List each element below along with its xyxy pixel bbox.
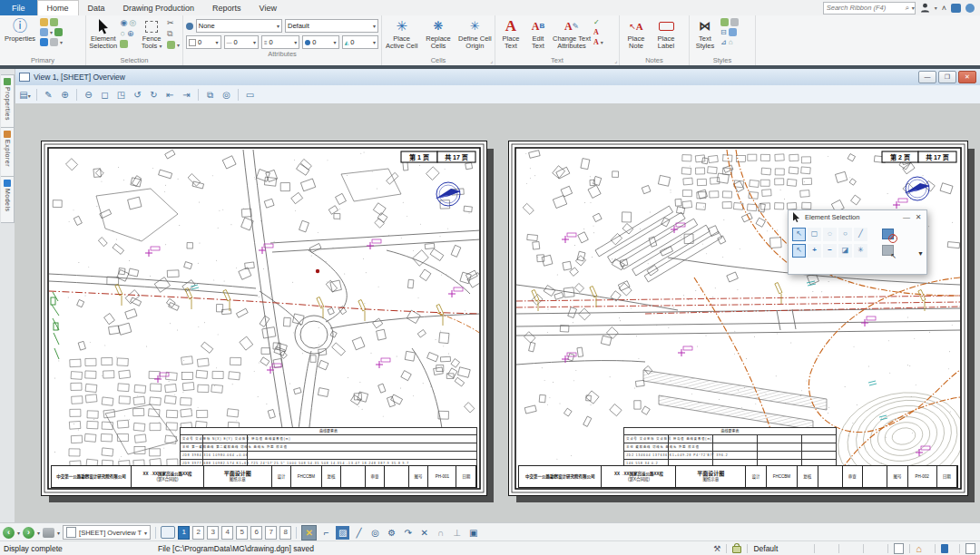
- mode-subtract-button[interactable]: −: [823, 244, 837, 258]
- attach-tools-icon[interactable]: [40, 28, 48, 36]
- view-toggle-5[interactable]: 5: [236, 526, 248, 540]
- edit-text-button[interactable]: AB Edit Text: [526, 16, 550, 50]
- place-note-button[interactable]: ↖A Place Note: [622, 16, 650, 50]
- level-manager-icon[interactable]: [50, 18, 58, 26]
- sheet-2[interactable]: 第 2 页 共 17 页 曲线要素表 交点号 交点坐标 交点桩号 转角值 曲线要…: [508, 141, 968, 496]
- mode-invert-button[interactable]: ◪: [838, 244, 852, 258]
- accusnap-toggle-icon[interactable]: ▣: [466, 526, 480, 540]
- place-text-button[interactable]: A Place Text: [498, 16, 524, 50]
- dock-tab-models[interactable]: Models: [1, 176, 15, 223]
- active-transparency-combo[interactable]: ◭0▾: [342, 35, 378, 49]
- mode-new-button[interactable]: ↖: [792, 244, 806, 258]
- snap-tangent-icon[interactable]: ↷: [401, 526, 415, 540]
- style-e-icon[interactable]: ⌂: [729, 38, 733, 46]
- pan-view-icon[interactable]: ↻: [147, 88, 161, 102]
- spell-check-icon[interactable]: ✓: [593, 18, 600, 26]
- home-icon[interactable]: ⌂: [916, 543, 922, 554]
- active-style-combo[interactable]: —0▾: [224, 35, 260, 49]
- cut-icon[interactable]: ✂: [167, 18, 174, 27]
- snap-midpoint-icon[interactable]: ╱: [352, 526, 366, 540]
- view-title-bar[interactable]: View 1, [SHEET] Overview — ❐ ✕: [15, 69, 980, 86]
- select-all-icon[interactable]: ◎: [129, 18, 136, 27]
- view-toggle-7[interactable]: 7: [265, 526, 277, 540]
- snap-center-icon[interactable]: ◎: [368, 526, 382, 540]
- active-weight-combo[interactable]: ≡0▾: [261, 35, 299, 49]
- help-icon[interactable]: [965, 4, 975, 13]
- models-icon[interactable]: [54, 28, 63, 36]
- view-maximize-button[interactable]: ❐: [938, 71, 956, 83]
- style-d-icon[interactable]: ⊿: [720, 38, 727, 46]
- style-a-icon[interactable]: [730, 18, 739, 26]
- select-previous-icon[interactable]: ⊕: [127, 29, 134, 38]
- view-minimize-button[interactable]: —: [918, 71, 936, 83]
- accudraw-icon[interactable]: ✕: [301, 525, 317, 540]
- active-tool-icon[interactable]: ⚒: [713, 544, 720, 553]
- dialog-expand-caret-icon[interactable]: ▼: [917, 250, 924, 257]
- selection-set-icon[interactable]: [894, 543, 904, 554]
- place-active-cell-button[interactable]: ✳ Place Active Cell: [385, 16, 418, 50]
- paste-special-icon[interactable]: [120, 40, 128, 48]
- select-none-icon[interactable]: ○: [120, 29, 124, 38]
- rotate-view-icon[interactable]: ↺: [131, 88, 144, 102]
- view-toggle-8[interactable]: 8: [279, 526, 291, 540]
- tab-file[interactable]: File: [0, 0, 37, 15]
- sheet-1[interactable]: 第 1 页 共 17 页 曲线要素表 交点号 交点坐标 N(X) E(Y) 交点…: [41, 141, 487, 496]
- view-canvas[interactable]: 第 1 页 共 17 页 曲线要素表 交点号 交点坐标 N(X) E(Y) 交点…: [15, 103, 980, 523]
- lock-icon[interactable]: [732, 546, 741, 553]
- mode-clear-button[interactable]: ✳: [854, 244, 867, 258]
- text-more-icon[interactable]: A: [593, 38, 599, 46]
- tab-data[interactable]: Data: [79, 0, 114, 15]
- saved-views-caret-icon[interactable]: ▾: [57, 530, 60, 536]
- text-styles-button[interactable]: ⋈ Text Styles: [692, 16, 718, 50]
- element-selection-button[interactable]: Element Selection: [89, 16, 117, 50]
- view-attributes-icon[interactable]: ▤▾: [18, 88, 32, 102]
- view-previous-icon[interactable]: ⇤: [163, 88, 177, 102]
- properties-button[interactable]: ⓘ Properties: [3, 16, 37, 43]
- view-forward-button[interactable]: ›: [23, 527, 34, 539]
- element-selection-dialog[interactable]: Element Selection — ✕ ↖ ▢ ◌ ○ ╱ ↖ + − ◪ …: [788, 209, 927, 275]
- element-template-icon[interactable]: [186, 23, 193, 30]
- dock-tab-explorer[interactable]: Explorer: [1, 127, 15, 178]
- element-selection-dialog-titlebar[interactable]: Element Selection — ✕: [789, 210, 926, 224]
- more-caret-icon[interactable]: ▾: [60, 39, 63, 45]
- active-model-label[interactable]: Default: [753, 544, 778, 553]
- paste-caret-icon[interactable]: ▾: [177, 42, 180, 48]
- dialog-minimize-button[interactable]: —: [902, 213, 911, 221]
- view-toggle-3[interactable]: 3: [207, 526, 219, 540]
- active-class-combo[interactable]: 0▾: [302, 35, 338, 49]
- active-level-combo[interactable]: Default▾: [285, 19, 378, 33]
- dock-tab-properties[interactable]: Properties: [1, 74, 15, 129]
- view-back-button[interactable]: ‹: [3, 527, 15, 539]
- view-forward-caret-icon[interactable]: ▾: [37, 530, 40, 536]
- tray-icon[interactable]: [965, 543, 975, 554]
- style-b-icon[interactable]: ⊟: [720, 28, 727, 36]
- change-text-attributes-button[interactable]: A✎ Change Text Attributes: [553, 16, 591, 50]
- view-back-caret-icon[interactable]: ▾: [17, 530, 20, 536]
- select-by-attr-icon[interactable]: ◉: [120, 18, 127, 27]
- method-block-button[interactable]: ▢: [808, 228, 821, 241]
- search-icon[interactable]: ⌕: [903, 4, 912, 13]
- dialog-close-button[interactable]: ✕: [914, 213, 923, 221]
- view-group-selector[interactable]: [SHEET] Overview T ▾: [63, 525, 151, 540]
- paste-icon[interactable]: [167, 41, 175, 49]
- zoom-in-icon[interactable]: ⊕: [58, 88, 72, 102]
- snap-parallel-icon[interactable]: ∩: [434, 526, 447, 540]
- view-toggle-6[interactable]: 6: [250, 526, 262, 540]
- text-more-caret-icon[interactable]: ▾: [601, 39, 603, 45]
- active-color-combo[interactable]: 0▾: [186, 35, 221, 49]
- key-in-icon[interactable]: [40, 18, 48, 26]
- tab-view[interactable]: View: [250, 0, 286, 15]
- snap-origin-icon[interactable]: ⚙: [385, 526, 398, 540]
- user-caret-icon[interactable]: ▾: [935, 5, 937, 11]
- attach-caret-icon[interactable]: ▾: [50, 29, 53, 35]
- disable-handles-button[interactable]: [882, 229, 896, 241]
- snap-nearest-icon[interactable]: ▨: [336, 526, 349, 540]
- tab-reports[interactable]: Reports: [203, 0, 250, 15]
- window-area-icon[interactable]: ◻: [98, 88, 112, 102]
- connect-icon[interactable]: [951, 4, 961, 13]
- zoom-out-icon[interactable]: ⊖: [82, 88, 95, 102]
- copy-icon[interactable]: ⧉: [167, 29, 172, 39]
- fence-tools-button[interactable]: Fence Tools ▾: [139, 16, 164, 50]
- clip-volume-icon[interactable]: ▭: [243, 88, 257, 102]
- more-tools-icon[interactable]: [50, 38, 58, 46]
